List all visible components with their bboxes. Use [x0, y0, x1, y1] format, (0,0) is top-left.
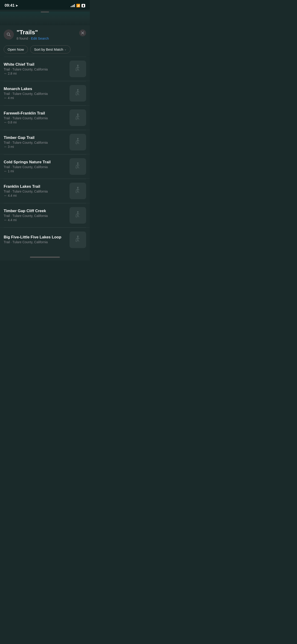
result-distance: ↔ 4.4 mi: [4, 194, 67, 198]
result-distance: ↔ 4.4 mi: [4, 218, 67, 222]
svg-line-58: [77, 240, 78, 242]
search-header: "Trails" 8 found · Edit Search: [0, 25, 90, 43]
svg-line-13: [76, 91, 78, 92]
search-icon: [6, 32, 11, 37]
status-bar: 09:41 ➤ 📶 ▮: [0, 0, 90, 10]
trail-thumbnail: [70, 60, 86, 77]
result-meta: Trail · Tulare County, California: [4, 68, 67, 71]
result-meta: Trail · Tulare County, California: [4, 190, 67, 193]
close-button[interactable]: [79, 30, 86, 36]
result-distance: ↔ 2.8 mi: [4, 72, 67, 75]
list-item[interactable]: Monarch Lakes Trail · Tulare County, Cal…: [0, 81, 90, 106]
svg-line-23: [77, 118, 78, 120]
edit-search-link[interactable]: Edit Search: [31, 36, 49, 40]
svg-line-35: [76, 166, 76, 168]
list-item[interactable]: Farewell-Franklin Trail Trail · Tulare C…: [0, 106, 90, 130]
list-item[interactable]: Cold Springs Nature Trail Trail · Tulare…: [0, 154, 90, 179]
sort-button[interactable]: Sort by Best Match ⌄: [30, 45, 70, 54]
result-distance: ↔ 1 mi: [4, 169, 67, 173]
list-item[interactable]: Timber Gap Trail Trail · Tulare County, …: [0, 130, 90, 154]
result-meta: Trail · Tulare County, California: [4, 214, 67, 218]
result-info: Cold Springs Nature Trail Trail · Tulare…: [4, 160, 67, 173]
results-list: White Chief Trail Trail · Tulare County,…: [0, 57, 90, 252]
svg-line-59: [78, 240, 79, 242]
open-now-button[interactable]: Open Now: [4, 45, 28, 54]
hiker-icon: [73, 162, 82, 171]
location-arrow-icon: ➤: [16, 4, 18, 7]
trail-thumbnail: [70, 207, 86, 224]
search-subtitle: 8 found · Edit Search: [16, 36, 76, 40]
hiker-icon: [73, 186, 82, 196]
status-time: 09:41 ➤: [4, 3, 18, 8]
result-name: Timber Gap Cliff Creek: [4, 209, 67, 213]
result-name: Franklin Lakes Trail: [4, 184, 67, 189]
svg-line-52: [78, 215, 79, 217]
hiker-icon: [73, 235, 82, 244]
hiker-icon: [73, 64, 82, 74]
home-indicator: [0, 252, 90, 260]
trail-thumbnail: [70, 158, 86, 175]
search-title: "Trails": [16, 29, 76, 36]
svg-line-49: [76, 214, 76, 217]
result-meta: Trail · Tulare County, California: [4, 116, 67, 120]
result-distance: ↔ 0.8 mi: [4, 120, 67, 124]
chevron-down-icon: ⌄: [64, 48, 66, 51]
signal-icon: [71, 4, 75, 7]
trail-thumbnail: [70, 232, 86, 248]
svg-line-34: [76, 164, 78, 166]
result-meta: Trail · Tulare County, California: [4, 92, 67, 96]
result-name: White Chief Trail: [4, 62, 67, 67]
sheet-handle: [41, 12, 49, 12]
result-info: Monarch Lakes Trail · Tulare County, Cal…: [4, 86, 67, 100]
search-icon-circle: [4, 30, 14, 40]
svg-line-7: [76, 68, 76, 71]
svg-line-56: [76, 239, 76, 242]
svg-line-51: [77, 215, 78, 218]
svg-line-1: [10, 35, 10, 36]
svg-line-37: [77, 166, 78, 168]
result-name: Monarch Lakes: [4, 86, 67, 91]
map-preview: [0, 12, 90, 25]
hiker-icon: [73, 113, 82, 122]
svg-line-14: [76, 92, 76, 95]
trail-thumbnail: [70, 85, 86, 102]
result-meta: Trail · Tulare County, California: [4, 141, 67, 144]
svg-line-21: [76, 117, 76, 120]
home-bar: [30, 256, 60, 258]
result-name: Farewell-Franklin Trail: [4, 111, 67, 116]
close-icon: [81, 32, 84, 34]
trail-thumbnail: [70, 134, 86, 150]
svg-line-30: [77, 142, 78, 144]
svg-line-28: [76, 141, 76, 144]
svg-line-48: [76, 213, 78, 214]
svg-line-17: [78, 93, 79, 95]
svg-line-45: [78, 191, 79, 193]
list-item[interactable]: Timber Gap Cliff Creek Trail · Tulare Co…: [0, 204, 90, 228]
result-info: Timber Gap Cliff Creek Trail · Tulare Co…: [4, 209, 67, 222]
hiker-icon: [73, 211, 82, 220]
result-info: Franklin Lakes Trail Trail · Tulare Coun…: [4, 184, 67, 198]
search-info: "Trails" 8 found · Edit Search: [16, 29, 76, 40]
result-meta: Trail · Tulare County, California: [4, 165, 67, 169]
list-item[interactable]: Big Five-Little Five Lakes Loop Trail · …: [0, 228, 90, 252]
svg-line-9: [77, 69, 78, 71]
svg-line-27: [76, 140, 78, 141]
svg-line-20: [76, 116, 78, 117]
result-distance: ↔ 4 mi: [4, 96, 67, 100]
trail-thumbnail: [70, 110, 86, 126]
result-info: Farewell-Franklin Trail Trail · Tulare C…: [4, 111, 67, 124]
status-icons: 📶 ▮: [71, 4, 85, 7]
result-info: Timber Gap Trail Trail · Tulare County, …: [4, 136, 67, 148]
result-name: Big Five-Little Five Lakes Loop: [4, 235, 67, 240]
list-item[interactable]: Franklin Lakes Trail Trail · Tulare Coun…: [0, 179, 90, 203]
list-item[interactable]: White Chief Trail Trail · Tulare County,…: [0, 57, 90, 81]
hiker-icon: [73, 138, 82, 147]
svg-line-10: [78, 69, 79, 71]
filter-row: Open Now Sort by Best Match ⌄: [0, 43, 90, 57]
result-name: Timber Gap Trail: [4, 136, 67, 140]
svg-line-42: [76, 190, 76, 193]
svg-line-6: [76, 67, 78, 68]
svg-line-55: [76, 238, 78, 239]
result-meta: Trail · Tulare County, California: [4, 240, 67, 244]
battery-icon: ▮: [82, 4, 85, 7]
